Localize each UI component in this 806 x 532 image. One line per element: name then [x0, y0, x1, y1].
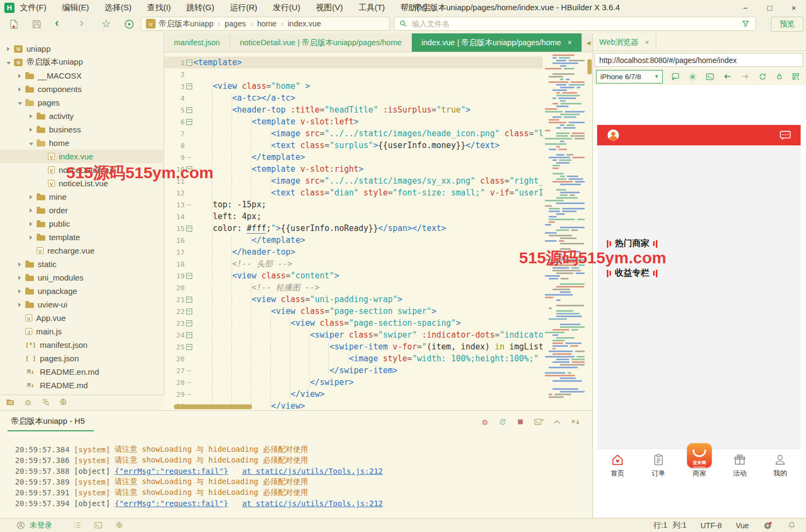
- code-line-20[interactable]: 20 <!-- 轮播图 -->: [164, 282, 543, 293]
- refresh-icon[interactable]: [758, 72, 767, 81]
- menu-运行R[interactable]: 运行(R): [230, 3, 257, 13]
- breadcrumb[interactable]: u 帝启版本uniapp›pages›home›index.vue: [141, 17, 390, 31]
- outline-list-icon[interactable]: [73, 521, 82, 530]
- web-browser-tab[interactable]: Web浏览器 ×: [593, 33, 656, 51]
- code-line-18[interactable]: 18 <!-- 头部 -->: [164, 258, 543, 270]
- tab-bar-item-首页[interactable]: 首页: [601, 453, 634, 478]
- fold-marker-icon[interactable]: [185, 332, 193, 338]
- tab-bar-item-活动[interactable]: 活动: [724, 453, 756, 478]
- fold-marker-icon[interactable]: [185, 344, 193, 350]
- url-bar[interactable]: http://localhost:8080/#/pages/home/index: [594, 53, 803, 67]
- filter-funnel-icon[interactable]: [741, 19, 750, 28]
- vertical-scrollbar[interactable]: [587, 59, 592, 74]
- tree-item-README.md[interactable]: M↓README.md: [0, 379, 163, 392]
- encoding-label[interactable]: UTF-8: [700, 521, 722, 530]
- tree-item-components[interactable]: components: [0, 82, 163, 96]
- fold-marker-icon[interactable]: [185, 107, 193, 113]
- account-icon[interactable]: [16, 521, 25, 530]
- code-line-14[interactable]: 14 left: 4px;: [164, 211, 543, 222]
- code-line-29[interactable]: 29 </view>: [164, 388, 543, 400]
- code-line-25[interactable]: 25 <swiper-item v-for="(item, index) in …: [164, 341, 543, 353]
- code-line-26[interactable]: 26 <image style="width: 100%;height:100%…: [164, 353, 543, 365]
- new-terminal-icon[interactable]: [534, 417, 544, 426]
- language-mode[interactable]: Vue: [736, 521, 749, 530]
- open-external-icon[interactable]: [671, 72, 680, 81]
- maximize-button[interactable]: □: [758, 3, 782, 12]
- search-input[interactable]: [411, 19, 741, 29]
- breadcrumb-item[interactable]: pages: [225, 19, 246, 28]
- tree-item-template[interactable]: template: [0, 230, 163, 244]
- fold-marker-icon[interactable]: [185, 309, 193, 314]
- find-in-files-tab-icon[interactable]: [41, 397, 51, 407]
- nav-forward-icon[interactable]: [740, 72, 750, 81]
- code-line-28[interactable]: 28 </swiper>: [164, 376, 543, 388]
- code-line-2[interactable]: 2: [164, 68, 543, 80]
- update-download-icon[interactable]: [763, 521, 773, 530]
- tree-item-recharge.vue[interactable]: Vrecharge.vue: [0, 244, 163, 257]
- project-manager-tab-icon[interactable]: [5, 397, 15, 407]
- preview-button[interactable]: 预览: [771, 17, 803, 32]
- console-source-link[interactable]: at static/js/utils/Tools.js:212: [242, 467, 383, 475]
- tab-bar-item-商家[interactable]: 商家: [683, 453, 716, 478]
- lock-icon[interactable]: [775, 72, 783, 81]
- restart-icon[interactable]: [498, 417, 507, 426]
- code-line-23[interactable]: 23 <view class="page-section-spacing">: [164, 317, 543, 329]
- tree-item-order[interactable]: order: [0, 204, 163, 217]
- devtools-console-icon[interactable]: [705, 72, 714, 81]
- horizontal-scrollbar[interactable]: [174, 404, 252, 409]
- tree-item-noticeDetail.vue[interactable]: VnoticeDetail.vue: [0, 163, 163, 177]
- tree-item-index.vue[interactable]: Vindex.vue: [0, 150, 163, 163]
- code-line-21[interactable]: 21 <view class="uni-padding-wrap">: [164, 293, 543, 305]
- debug-console-icon[interactable]: [480, 417, 489, 426]
- message-chat-icon[interactable]: [779, 129, 792, 142]
- breadcrumb-item[interactable]: 帝启版本uniapp: [159, 19, 214, 29]
- tree-item-README.en.md[interactable]: M↓README.en.md: [0, 365, 163, 379]
- save-icon[interactable]: [31, 19, 42, 30]
- code-line-13[interactable]: 13 top: -15px;: [164, 199, 543, 211]
- code-line-4[interactable]: 4 <a-tc></a-tc>: [164, 92, 543, 104]
- run-icon[interactable]: [124, 19, 135, 30]
- stop-icon[interactable]: [516, 417, 525, 426]
- tree-item-uniapp[interactable]: uuniapp: [0, 42, 163, 55]
- code-line-5[interactable]: 5 <header-top :title="headTitle" :isSurp…: [164, 104, 543, 116]
- console-source-link[interactable]: at static/js/utils/Tools.js:212: [242, 499, 383, 508]
- tab-bar-item-我的[interactable]: 我的: [764, 453, 796, 478]
- tree-item-unpackage[interactable]: unpackage: [0, 284, 163, 298]
- editor-tab[interactable]: manifest.json: [164, 33, 230, 52]
- menu-选择S[interactable]: 选择(S): [104, 3, 131, 13]
- nav-back-icon[interactable]: [723, 72, 732, 81]
- code-line-24[interactable]: 24 <swiper class="swiper" :indicator-dot…: [164, 329, 543, 341]
- fold-marker-icon[interactable]: [185, 297, 193, 303]
- tree-item-static[interactable]: static: [0, 257, 163, 271]
- file-search-box[interactable]: [394, 17, 756, 31]
- editor-tab[interactable]: index.vue | 帝启版本uniapp/pages/home×: [412, 33, 582, 52]
- marketplace-tab-icon[interactable]: [59, 397, 68, 407]
- code-line-19[interactable]: 19 <view class="content">: [164, 270, 543, 282]
- code-line-7[interactable]: 7 <image src="../../static/images/heade_…: [164, 128, 543, 139]
- tree-item-public[interactable]: public: [0, 217, 163, 230]
- tree-item-__MACOSX[interactable]: __MACOSX: [0, 69, 163, 82]
- code-line-9[interactable]: 9 </template>: [164, 151, 543, 163]
- code-line-6[interactable]: 6 <template v-slot:left>: [164, 116, 543, 128]
- new-file-icon[interactable]: [9, 19, 19, 30]
- console-object-link[interactable]: {"errMsg":"request:fail"}: [115, 499, 228, 508]
- code-line-11[interactable]: 11 <image src="../../static/images/sy_xx…: [164, 175, 543, 187]
- menu-视图V[interactable]: 视图(V): [316, 3, 343, 13]
- code-line-22[interactable]: 22 <view class="page-section swiper">: [164, 305, 543, 317]
- menu-跳转G[interactable]: 跳转(G): [186, 3, 214, 13]
- menu-发行U[interactable]: 发行(U): [273, 3, 300, 13]
- code-line-17[interactable]: 17 </header-top>: [164, 246, 543, 258]
- tree-item-activity[interactable]: activity: [0, 109, 163, 123]
- tree-item-帝启版本uniapp[interactable]: u帝启版本uniapp: [0, 55, 163, 69]
- console-object-link[interactable]: {"errMsg":"request:fail"}: [115, 467, 228, 475]
- tree-item-noticeList.vue[interactable]: VnoticeList.vue: [0, 177, 163, 190]
- menu-查找I[interactable]: 查找(I): [147, 3, 171, 13]
- breadcrumb-item[interactable]: index.vue: [288, 19, 321, 28]
- fold-marker-icon[interactable]: [185, 83, 193, 89]
- menu-编辑E[interactable]: 编辑(E): [62, 3, 89, 13]
- fold-marker-icon[interactable]: [185, 60, 193, 66]
- login-status[interactable]: 未登录: [30, 521, 52, 530]
- fold-marker-icon[interactable]: [185, 166, 193, 172]
- tab-scroll-left-icon[interactable]: ◀: [586, 40, 591, 46]
- avatar[interactable]: [607, 129, 620, 142]
